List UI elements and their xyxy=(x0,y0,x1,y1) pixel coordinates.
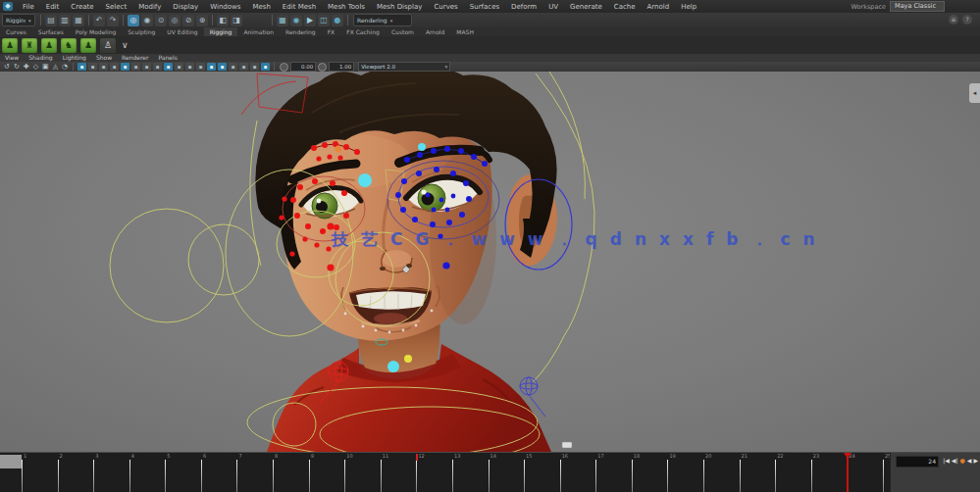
panel-collapse-button[interactable]: ◂ xyxy=(969,83,980,103)
exposure-reset-icon[interactable] xyxy=(280,63,288,72)
viewport-toggle-icon-8[interactable]: ▪ xyxy=(164,63,173,71)
time-slider[interactable]: 1234567891011121314151617181920212223242… xyxy=(0,452,980,492)
menu-arnold[interactable]: Arnold xyxy=(642,1,676,13)
camera-tool-icon-5[interactable]: ◬ xyxy=(53,63,58,71)
shelf-tab-rendering[interactable]: Rendering xyxy=(280,27,322,36)
shelf-tab-poly-modeling[interactable]: Poly Modeling xyxy=(70,27,123,36)
menu-help[interactable]: Help xyxy=(675,1,702,13)
output-connections-icon[interactable]: ◨ xyxy=(231,15,242,26)
camera-tool-icon-6[interactable]: ◔ xyxy=(62,63,68,71)
play-forwards-button[interactable]: ▶ xyxy=(973,456,978,466)
panel-menu-shading[interactable]: Shading xyxy=(24,54,57,62)
exposure-field[interactable]: 0.00 xyxy=(290,62,316,72)
snap-point-icon[interactable]: ⊙ xyxy=(155,15,167,26)
shelf-tab-animation[interactable]: Animation xyxy=(237,27,280,36)
menu-file[interactable]: File xyxy=(17,1,40,13)
viewport-toggle-icon-6[interactable]: ▪ xyxy=(142,63,151,71)
menu-curves[interactable]: Curves xyxy=(428,1,463,13)
menu-select[interactable]: Select xyxy=(100,1,133,13)
viewport-toggle-icon-4[interactable]: ▪ xyxy=(121,63,129,71)
render-current-frame-icon[interactable]: ◉ xyxy=(290,15,302,26)
viewport-toggle-icon-16[interactable]: ▪ xyxy=(250,63,259,71)
menu-mesh-tools[interactable]: Mesh Tools xyxy=(322,1,371,13)
snap-grid-icon[interactable]: ◎ xyxy=(128,15,139,26)
viewport-toggle-icon-17[interactable]: ▪ xyxy=(261,63,270,71)
menu-edit-mesh[interactable]: Edit Mesh xyxy=(277,1,322,13)
viewport-toggle-icon-7[interactable]: ▪ xyxy=(153,63,162,71)
viewport-toggle-icon-15[interactable]: ▪ xyxy=(239,63,248,71)
new-scene-icon[interactable]: ▤ xyxy=(45,15,57,26)
viewport-toggle-icon-5[interactable]: ▪ xyxy=(131,63,140,71)
menu-display[interactable]: Display xyxy=(167,1,204,13)
playhead-handle[interactable] xyxy=(844,453,851,459)
viewport-toggle-icon-10[interactable]: ▪ xyxy=(185,63,194,71)
panel-menu-view[interactable]: View xyxy=(0,54,24,62)
status-dropdown[interactable]: Rendering▾ xyxy=(353,14,412,26)
camera-tool-icon-3[interactable]: ◇ xyxy=(33,63,38,71)
run-icon[interactable]: ♙ xyxy=(100,38,116,53)
modeling-toolkit-toggle[interactable]: ≡ xyxy=(949,15,958,25)
gamma-reset-icon[interactable] xyxy=(318,63,327,72)
play-backwards-button[interactable]: ◀ xyxy=(967,456,972,466)
shelf-tab-sculpting[interactable]: Sculpting xyxy=(122,27,161,36)
light-editor-icon[interactable]: ● xyxy=(332,15,343,26)
camera-tool-icon-2[interactable]: ✚ xyxy=(24,63,29,71)
camera-tool-icon-1[interactable]: ↻ xyxy=(14,63,20,71)
redo-icon[interactable]: ↷ xyxy=(107,15,119,26)
viewport-toggle-icon-12[interactable]: ▪ xyxy=(207,63,216,71)
viewport-toggle-icon-1[interactable]: ▪ xyxy=(88,63,97,71)
menu-set-dropdown[interactable]: Rigging▾ xyxy=(2,14,35,26)
gamma-field[interactable]: 1.00 xyxy=(329,62,354,72)
open-scene-icon[interactable]: ▥ xyxy=(59,15,71,26)
picker-icon-1[interactable]: ♟ xyxy=(2,38,18,53)
menu-deform[interactable]: Deform xyxy=(505,1,542,13)
playhead[interactable] xyxy=(847,453,849,492)
shelf-tab-arnold[interactable]: Arnold xyxy=(420,27,450,36)
workspace-value[interactable]: Maya Classic xyxy=(890,1,945,12)
panel-menu-lighting[interactable]: Lighting xyxy=(58,54,91,62)
viewport-3d[interactable]: 技艺CG．www．qdnxxfb．cn ◂ xyxy=(0,72,980,452)
picker-icon-2[interactable]: ♜ xyxy=(22,38,37,53)
panel-menu-renderer[interactable]: Renderer xyxy=(117,54,153,62)
menu-create[interactable]: Create xyxy=(65,1,99,13)
menu-mesh[interactable]: Mesh xyxy=(246,1,276,13)
viewport-toggle-icon-11[interactable]: ▪ xyxy=(196,63,205,71)
camera-tool-icon-4[interactable]: ▣ xyxy=(42,63,49,71)
viewport-toggle-icon-9[interactable]: ▪ xyxy=(175,63,183,71)
viewport-toggle-icon-13[interactable]: ▪ xyxy=(218,63,227,71)
current-frame-field[interactable]: 24 xyxy=(896,456,939,467)
menu-generate[interactable]: Generate xyxy=(564,1,608,13)
viewport-toggle-icon-14[interactable]: ▪ xyxy=(229,63,237,71)
panel-menu-panels[interactable]: Panels xyxy=(153,54,181,62)
menu-edit[interactable]: Edit xyxy=(40,1,66,13)
ipr-render-icon[interactable]: ▶ xyxy=(304,15,316,26)
shelf-tab-uv-editing[interactable]: UV Editing xyxy=(161,27,203,36)
shelf-tab-mash[interactable]: MASH xyxy=(450,27,480,36)
snap-live-icon[interactable]: ⊘ xyxy=(182,15,194,26)
shelf-tab-fx-caching[interactable]: FX Caching xyxy=(340,27,386,36)
menu-surfaces[interactable]: Surfaces xyxy=(464,1,505,13)
shelf-tab-curves[interactable]: Curves xyxy=(0,27,32,36)
viewport-toggle-icon-0[interactable]: ▪ xyxy=(77,63,86,71)
go-to-start-button[interactable]: |◀ xyxy=(943,456,950,466)
viewport-toggle-icon-3[interactable]: ▪ xyxy=(110,63,119,71)
help-toggle[interactable]: ? xyxy=(962,15,972,25)
save-scene-icon[interactable]: ▦ xyxy=(73,15,84,26)
menu-mesh-display[interactable]: Mesh Display xyxy=(371,1,428,13)
renderer-dropdown[interactable]: Viewport 2.0▾ xyxy=(358,62,450,72)
viewport-toggle-icon-2[interactable]: ▪ xyxy=(99,63,108,71)
keyframe-marker[interactable] xyxy=(416,454,418,461)
camera-tool-icon-0[interactable]: ↺ xyxy=(4,63,10,71)
shelf-tab-surfaces[interactable]: Surfaces xyxy=(32,27,70,36)
menu-modify[interactable]: Modify xyxy=(132,1,167,13)
render-settings-icon[interactable]: ◫ xyxy=(318,15,330,26)
shelf-tab-rigging[interactable]: Rigging xyxy=(204,27,238,36)
undo-icon[interactable]: ↶ xyxy=(93,15,105,26)
menu-cache[interactable]: Cache xyxy=(608,1,642,13)
step-back-button[interactable]: ◀| xyxy=(952,456,958,466)
key-indicator-button[interactable]: ● xyxy=(960,456,965,466)
menu-uv[interactable]: UV xyxy=(542,1,564,13)
shelf-tab-custom[interactable]: Custom xyxy=(386,27,420,36)
input-connections-icon[interactable]: ◧ xyxy=(217,15,229,26)
shelf-tab-fx[interactable]: FX xyxy=(322,27,341,36)
